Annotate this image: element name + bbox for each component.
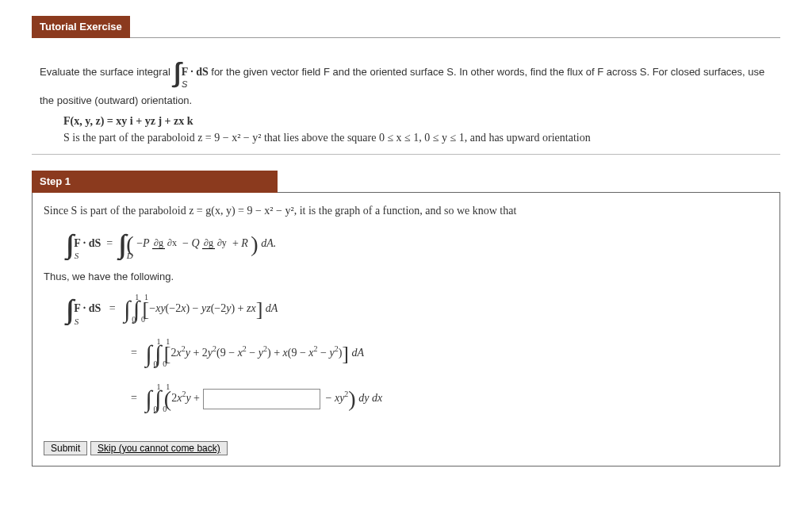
vector-field-definition: F(x, y, z) = xy i + yz j + zx k: [63, 113, 772, 129]
answer-blank-input[interactable]: [203, 389, 320, 409]
double-integral-D-icon: ∫∫D: [118, 224, 124, 264]
flux-lhs-2: F · dS: [74, 302, 101, 314]
thus-text: Thus, we have the following.: [44, 269, 768, 285]
divider: [32, 37, 780, 38]
double-integral-icon: ∫∫S: [173, 52, 178, 93]
single-integral-inner-icon: ∫01: [133, 291, 140, 327]
dg-dy-fraction: ∂g ∂y: [202, 238, 227, 248]
step-1-content: Since S is part of the paraboloid z = g(…: [32, 192, 780, 466]
single-integral-inner-icon-2: ∫01: [155, 336, 161, 371]
flux-formula: ∫∫S F · dS = ∫∫D ( −P ∂g ∂x − Q ∂g ∂y + …: [66, 224, 768, 264]
problem-statement: Evaluate the surface integral ∫∫S F · dS…: [32, 46, 780, 155]
submit-button[interactable]: Submit: [44, 441, 87, 455]
button-row: Submit Skip (you cannot come back): [44, 440, 768, 456]
single-integral-outer-icon-3: ∫01: [145, 381, 151, 417]
single-integral-outer-icon-2: ∫01: [145, 336, 151, 371]
step-banner: Step 1: [32, 171, 278, 193]
R-symbol: R: [241, 236, 248, 248]
intro-text-1: Evaluate the surface integral: [40, 65, 173, 77]
step-1-section: Step 1 Since S is part of the paraboloid…: [32, 171, 780, 466]
double-integral-S-icon: ∫∫S: [66, 224, 71, 264]
derivation-line-3: = ∫01 ∫01 (2x2y + − xy2) dy dx: [131, 381, 768, 417]
integrand-fdS: F · dS: [182, 65, 212, 77]
dA-text: dA.: [261, 236, 276, 248]
Q-symbol: Q: [191, 236, 199, 248]
derivation-line-1: ∫∫S F · dS = ∫01 ∫01 [−xy(−2x) − yz(−2y)…: [66, 289, 768, 329]
tutorial-banner: Tutorial Exercise: [32, 16, 130, 38]
double-integral-S-icon-2: ∫∫S: [66, 289, 71, 329]
single-integral-outer-icon: ∫01: [124, 291, 130, 327]
tutorial-exercise-section: Tutorial Exercise Evaluate the surface i…: [32, 16, 780, 155]
equals-sign: =: [106, 236, 113, 248]
step-intro: Since S is part of the paraboloid z = g(…: [44, 202, 768, 219]
skip-button[interactable]: Skip (you cannot come back): [90, 441, 228, 455]
flux-lhs: F · dS: [74, 236, 101, 248]
P-symbol: P: [143, 236, 150, 248]
derivation-line-2: = ∫01 ∫01 [2x2y + 2y2(9 − x2 − y2) + x(9…: [131, 336, 768, 371]
surface-description: S is the part of the paraboloid z = 9 − …: [63, 129, 772, 146]
dg-dx-fraction: ∂g ∂x: [152, 238, 177, 248]
single-integral-inner-icon-3: ∫01: [155, 381, 161, 417]
